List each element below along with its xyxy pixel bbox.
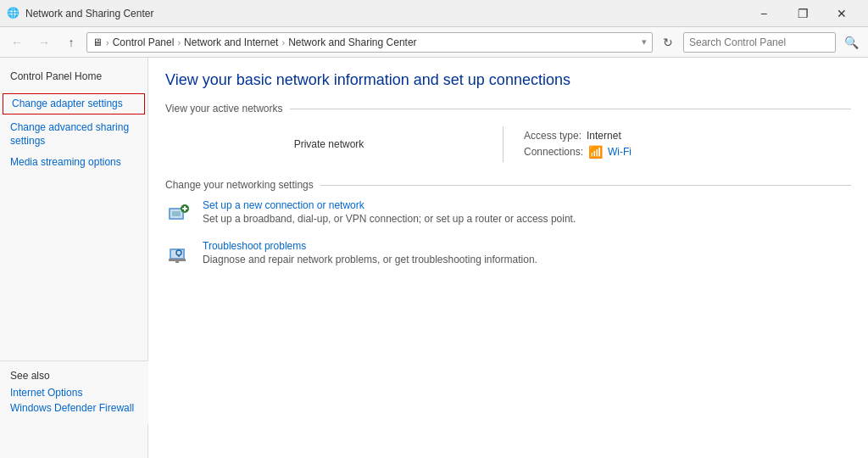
title-bar-left: 🌐 Network and Sharing Center [7,7,153,20]
internet-options-link[interactable]: Internet Options [10,385,138,400]
title-bar: 🌐 Network and Sharing Center − ❐ ✕ [0,0,868,27]
svg-rect-9 [175,261,179,263]
restore-button[interactable]: ❐ [783,0,822,27]
troubleshoot-desc: Diagnose and repair network problems, or… [203,254,537,265]
new-connection-item: Set up a new connection or network Set u… [165,199,851,226]
troubleshoot-icon [165,240,192,267]
app-icon: 🌐 [7,7,20,20]
wifi-signal-icon: 📶 [588,145,603,159]
close-button[interactable]: ✕ [822,0,861,27]
search-input[interactable] [683,32,836,53]
active-networks-label: View your active networks [165,103,283,114]
access-type-row: Access type: Internet [524,130,621,142]
new-connection-link[interactable]: Set up a new connection or network [203,199,576,211]
title-bar-controls: − ❐ ✕ [744,0,861,27]
networks-table: Private network Access type: Internet Co… [165,123,851,165]
up-button[interactable]: ↑ [59,31,83,54]
section-divider-2 [320,185,851,186]
connections-row: Connections: 📶 Wi-Fi [524,145,632,159]
back-button[interactable]: ← [5,31,29,54]
breadcrumb-icon: 🖥 [92,36,103,48]
forward-button[interactable]: → [32,31,56,54]
see-also-label: See also [10,370,138,382]
title-bar-title: Network and Sharing Center [25,8,153,20]
wifi-link[interactable]: Wi-Fi [608,146,632,158]
windows-defender-link[interactable]: Windows Defender Firewall [10,400,138,416]
new-connection-icon [165,199,192,226]
minimize-button[interactable]: − [744,0,783,27]
svg-rect-8 [169,259,186,261]
refresh-button[interactable]: ↻ [656,31,680,54]
breadcrumb-control-panel: Control Panel [113,36,175,48]
sidebar-item-change-adapter[interactable]: Change adapter settings [3,94,144,114]
connections-label: Connections: [524,146,583,158]
page-title: View your basic network information and … [165,71,851,89]
new-connection-desc: Set up a broadband, dial-up, or VPN conn… [203,213,576,225]
search-button[interactable]: 🔍 [839,31,863,54]
breadcrumb[interactable]: 🖥 › Control Panel › Network and Internet… [86,32,653,53]
troubleshoot-item: Troubleshoot problems Diagnose and repai… [165,240,851,267]
address-bar: ← → ↑ 🖥 › Control Panel › Network and In… [0,27,868,58]
main-layout: Control Panel Home Change adapter settin… [0,58,868,458]
sidebar-item-media-streaming[interactable]: Media streaming options [0,152,147,173]
troubleshoot-text: Troubleshoot problems Diagnose and repai… [203,240,537,265]
access-type-value: Internet [587,130,621,142]
breadcrumb-current: Network and Sharing Center [288,36,416,48]
svg-rect-5 [182,208,187,209]
network-info-col: Access type: Internet Connections: 📶 Wi-… [504,123,851,165]
sidebar-item-change-advanced-sharing[interactable]: Change advanced sharing settings [0,117,147,153]
new-connection-text: Set up a new connection or network Set u… [203,199,576,225]
troubleshoot-link[interactable]: Troubleshoot problems [203,240,537,252]
access-type-label: Access type: [524,130,581,142]
svg-rect-2 [172,211,181,216]
network-name: Private network [294,138,364,150]
active-networks-header: View your active networks [165,103,851,114]
sidebar-item-control-panel-home[interactable]: Control Panel Home [0,66,147,87]
sidebar: Control Panel Home Change adapter settin… [0,58,148,458]
section-divider [290,109,851,109]
breadcrumb-network-internet: Network and Internet [184,36,278,48]
change-settings-label: Change your networking settings [165,179,314,191]
network-name-col: Private network [165,123,503,165]
content-area: View your basic network information and … [148,58,868,458]
settings-items: Set up a new connection or network Set u… [165,199,851,267]
change-settings-header: Change your networking settings [165,179,851,191]
